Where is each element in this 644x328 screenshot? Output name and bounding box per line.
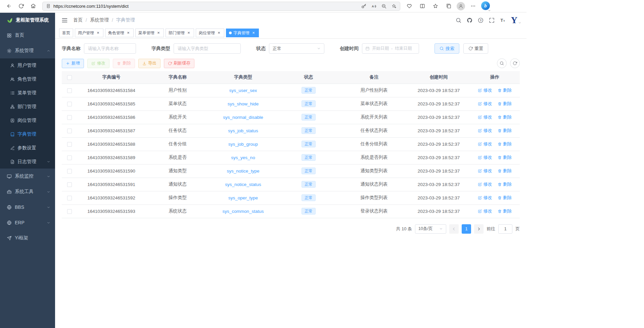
- tab-close-icon[interactable]: ×: [186, 31, 191, 35]
- sidebar-toggle-button[interactable]: [60, 16, 69, 25]
- tab-close-icon[interactable]: ×: [251, 31, 256, 35]
- row-checkbox[interactable]: [67, 182, 72, 187]
- sidebar-item-Yi框架[interactable]: Yi框架: [0, 230, 55, 246]
- dict-type-link[interactable]: sys_show_hide: [228, 101, 259, 106]
- row-edit-button[interactable]: 修改: [478, 141, 492, 147]
- tab-部门管理[interactable]: 部门管理×: [166, 29, 194, 37]
- dict-type-link[interactable]: sys_common_status: [222, 209, 264, 214]
- toggle-search-button[interactable]: [497, 58, 507, 68]
- sidebar-item-系统监控[interactable]: 系统监控: [0, 169, 55, 184]
- reset-button[interactable]: 重置: [463, 43, 488, 54]
- browser-back-button[interactable]: [3, 1, 15, 11]
- refresh-table-button[interactable]: [510, 58, 520, 68]
- row-delete-button[interactable]: 删除: [498, 87, 512, 93]
- app-logo[interactable]: 意框架管理系统: [0, 13, 55, 28]
- row-delete-button[interactable]: 删除: [498, 181, 512, 187]
- tab-岗位管理[interactable]: 岗位管理×: [196, 29, 224, 37]
- user-avatar-menu[interactable]: Y: [511, 16, 522, 25]
- row-delete-button[interactable]: 删除: [498, 208, 512, 214]
- address-bar[interactable]: https://ccnetcore.com:1101/system/dict: [42, 2, 400, 11]
- sidebar-item-系统管理[interactable]: 系统管理: [0, 43, 55, 58]
- sidebar-item-岗位管理[interactable]: 岗位管理: [0, 113, 55, 127]
- browser-profile-avatar[interactable]: [457, 2, 465, 10]
- search-button[interactable]: 搜索: [434, 43, 459, 54]
- fullscreen-button[interactable]: [487, 15, 497, 26]
- row-checkbox[interactable]: [67, 115, 72, 120]
- sidebar-item-角色管理[interactable]: 角色管理: [0, 72, 55, 86]
- refresh-cache-button[interactable]: 刷新缓存: [164, 59, 194, 68]
- next-page-button[interactable]: [474, 224, 484, 234]
- dict-type-link[interactable]: sys_oper_type: [228, 195, 258, 200]
- sidebar-item-系统工具[interactable]: 系统工具: [0, 184, 55, 199]
- sidebar-item-部门管理[interactable]: 部门管理: [0, 100, 55, 113]
- row-edit-button[interactable]: 修改: [478, 128, 492, 134]
- row-checkbox[interactable]: [67, 155, 72, 160]
- site-info-icon[interactable]: [46, 4, 51, 8]
- row-delete-button[interactable]: 删除: [498, 168, 512, 174]
- row-edit-button[interactable]: 修改: [478, 101, 492, 107]
- tab-字典管理[interactable]: 字典管理×: [226, 29, 259, 37]
- header-search-button[interactable]: [453, 15, 464, 26]
- row-checkbox[interactable]: [67, 196, 72, 200]
- row-checkbox[interactable]: [67, 102, 72, 106]
- favorites-button[interactable]: [430, 1, 441, 11]
- sidebar-item-日志管理[interactable]: 日志管理: [0, 155, 55, 169]
- dict-type-link[interactable]: sys_job_status: [228, 128, 258, 133]
- date-range-picker[interactable]: 开始日期 - 结束日期: [362, 43, 419, 54]
- tab-用户管理[interactable]: 用户管理×: [75, 29, 103, 37]
- tab-close-icon[interactable]: ×: [156, 31, 161, 35]
- dict-name-input[interactable]: [84, 43, 136, 54]
- tab-close-icon[interactable]: ×: [126, 31, 131, 35]
- font-size-button[interactable]: [498, 15, 508, 26]
- tab-close-icon[interactable]: ×: [96, 31, 100, 35]
- export-button[interactable]: 导出: [138, 59, 160, 68]
- tab-首页[interactable]: 首页: [59, 29, 73, 37]
- row-edit-button[interactable]: 修改: [478, 154, 492, 160]
- sidebar-item-BBS[interactable]: BBS: [0, 199, 55, 215]
- row-edit-button[interactable]: 修改: [478, 114, 492, 120]
- page-size-select[interactable]: 10条/页: [415, 224, 446, 234]
- tab-角色管理[interactable]: 角色管理×: [105, 29, 134, 37]
- row-edit-button[interactable]: 修改: [478, 181, 492, 187]
- browser-menu-button[interactable]: [468, 1, 478, 11]
- row-edit-button[interactable]: 修改: [478, 87, 492, 93]
- row-edit-button[interactable]: 修改: [478, 168, 492, 174]
- password-key-icon[interactable]: [361, 4, 366, 9]
- prev-page-button[interactable]: [449, 224, 459, 234]
- row-checkbox[interactable]: [67, 129, 72, 133]
- browser-home-button[interactable]: [28, 1, 39, 11]
- dict-type-link[interactable]: sys_notice_status: [225, 182, 261, 187]
- sidebar-item-首页[interactable]: 首页: [0, 28, 55, 43]
- sidebar-item-菜单管理[interactable]: 菜单管理: [0, 86, 55, 100]
- add-favorite-icon[interactable]: [392, 4, 397, 9]
- edit-button[interactable]: 修改: [87, 59, 109, 68]
- github-button[interactable]: [464, 15, 475, 26]
- row-delete-button[interactable]: 删除: [498, 141, 512, 147]
- row-delete-button[interactable]: 删除: [498, 114, 512, 120]
- row-delete-button[interactable]: 删除: [498, 101, 512, 107]
- dict-type-link[interactable]: sys_job_group: [228, 142, 258, 147]
- dict-type-link[interactable]: sys_notice_type: [227, 169, 260, 174]
- breadcrumb-item[interactable]: 系统管理: [90, 17, 109, 23]
- row-edit-button[interactable]: 修改: [478, 195, 492, 201]
- row-edit-button[interactable]: 修改: [478, 208, 492, 214]
- collections-button[interactable]: [444, 1, 454, 11]
- page-1-button[interactable]: 1: [462, 224, 471, 234]
- sidebar-item-参数设置[interactable]: 参数设置: [0, 141, 55, 155]
- copilot-button[interactable]: b: [481, 1, 490, 11]
- sidebar-item-用户管理[interactable]: 用户管理: [0, 58, 55, 72]
- browser-essentials-button[interactable]: [404, 1, 414, 11]
- goto-page-input[interactable]: [498, 224, 512, 234]
- status-select[interactable]: 正常: [269, 43, 324, 54]
- help-button[interactable]: [475, 15, 486, 26]
- dict-type-link[interactable]: sys_normal_disable: [223, 115, 263, 120]
- delete-button[interactable]: 删除: [113, 59, 135, 68]
- sidebar-item-字典管理[interactable]: 字典管理: [0, 127, 55, 141]
- row-delete-button[interactable]: 删除: [498, 128, 512, 134]
- browser-refresh-button[interactable]: [15, 1, 27, 11]
- row-checkbox[interactable]: [67, 209, 72, 214]
- row-checkbox[interactable]: [67, 88, 72, 93]
- tab-菜单管理[interactable]: 菜单管理×: [135, 29, 164, 37]
- select-all-checkbox[interactable]: [67, 75, 72, 80]
- read-aloud-icon[interactable]: [371, 4, 376, 9]
